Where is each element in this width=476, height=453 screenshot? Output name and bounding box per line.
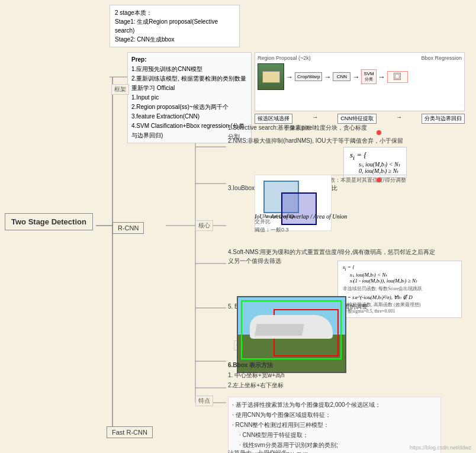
red-dot-2: [377, 178, 381, 182]
input3: 3.feature Extraction(CNN): [131, 112, 247, 121]
bbox-reg-block: [387, 71, 408, 83]
gaussian-formula: sᵢ = sᵢe^(-iou(M,bᵢ)²/σ), ∀bᵢ ∉ D: [343, 294, 456, 300]
feature-sub1: · CNN模型用于特征提取；: [232, 430, 437, 440]
bbox-repr-line1: 1. 中心坐标+宽w+高h: [228, 370, 285, 380]
note-title: 2 stage本质：: [115, 8, 234, 17]
soft-nms-line1: sᵢ, iou(M,bᵢ) < Nₜ: [350, 272, 456, 278]
computation-note: 计算量大，占用空间多: [228, 449, 287, 453]
rcnn-label: R-CNN: [112, 222, 144, 234]
note-line2: Stage2: CNN生成bbox: [115, 35, 234, 44]
nms-formula-line2: 0, iou(M,bᵢ) ≥ Nₜ: [359, 168, 400, 174]
feature-line1: · 基于选择性搜索算法为每个图像提取2,000个候选区域；: [232, 400, 437, 410]
diagram-region-label: Region Proposal (~2k): [258, 55, 311, 61]
airplane-wing: [255, 324, 304, 336]
bbox-repr-line2: 2.左上坐标+右下坐标: [228, 380, 285, 390]
fb-label1: 候选区域选择: [255, 114, 292, 124]
fast-rcnn-label: Fast R-CNN: [107, 426, 153, 438]
nms-formula-line1: sᵢ, iou(M,bᵢ) < Nₜ: [359, 161, 400, 168]
svm-block: SVM 分类: [361, 69, 376, 84]
feature-label: 特点: [195, 396, 213, 406]
feature-line2: · 使用CNN为每个图像区域提取特征；: [232, 410, 437, 420]
svm-label: SVM: [364, 71, 374, 76]
step2: 2.重新训练该模型, 根据需要检测的类别数量重新学习 Official: [131, 74, 247, 93]
bbox-repr-box: 6.Bbox 表示方法 1. 中心坐标+宽w+高h 2.左上坐标+右下坐标: [228, 360, 285, 390]
crop-wrap-block: Crop/Warp: [295, 72, 322, 81]
penalty-note2: 非连续惩罚函数: 每数Score会出现跳跃: [343, 285, 456, 292]
bbox-repr-title: 6.Bbox 表示方法: [228, 360, 285, 370]
two-stage-detection-label: Two Stage Detection: [5, 213, 93, 230]
feature-line3: · RCNN整个检测过程用到三种模型：: [232, 420, 437, 430]
cnn-block: CNN: [333, 72, 350, 81]
fb-label3: 分类与边界回归: [422, 114, 465, 124]
framework-bottom-labels: 候选区域选择 → CNN特征提取 → 分类与边界回归: [255, 114, 465, 124]
crossratio-label: 交并比: [255, 218, 271, 226]
input1: 1.Input pic: [131, 93, 247, 102]
diagram-bbox-label: Bbox Regression: [421, 55, 462, 61]
threshold-label: 阈值：一般0.3: [255, 226, 289, 234]
red-dot-1: [377, 130, 381, 135]
main-container: 2 stage本质： Stage1: 生成Region proposal(Sel…: [0, 0, 476, 453]
note-line1: Stage1: 生成Region proposal(Selective sear…: [115, 17, 234, 35]
fb-label2: CNN特征提取: [337, 114, 377, 124]
nms-formula-box: si = { sᵢ, iou(M,bᵢ) < Nₜ 0, iou(M,bᵢ) ≥…: [343, 147, 407, 178]
prep-label: Prep:: [131, 55, 247, 65]
framework-diagram: Region Proposal (~2k) Bbox Regression → …: [255, 52, 465, 111]
step1: 1.应用预先训练的CNN模型: [131, 65, 247, 74]
soft-nms-line2: sᵢ(1 - iou(M,bᵢ)), iou(M,bᵢ) ≥ Nₜ: [350, 278, 456, 284]
watermark: https://blog.csdn.net/ddwz: [410, 445, 471, 451]
nms-text: 2.NMS:非极大值抑制(hardNMS), IOU大于等于阈值舍弃，小于保留: [228, 136, 429, 145]
input2: 2.Region proposal(ss)~候选为两千个: [131, 102, 247, 112]
note-box: 2 stage本质： Stage1: 生成Region proposal(Sel…: [110, 5, 240, 47]
kuangjia-label: 框架: [111, 84, 129, 95]
core-label: 核心: [195, 220, 213, 231]
